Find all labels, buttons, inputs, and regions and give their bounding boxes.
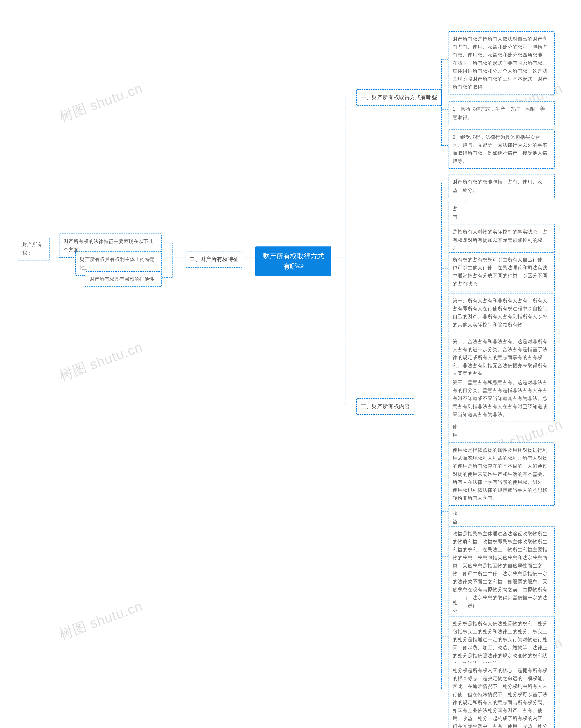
- connector: [441, 183, 442, 689]
- s3-use-title[interactable]: 使用: [448, 419, 466, 443]
- connector: [50, 242, 59, 243]
- mindmap-canvas: 树图 shutu.cn 树图 shutu.cn 树图 shutu.cn 树图 s…: [0, 0, 581, 728]
- connector: [441, 392, 448, 392]
- s3-possess-p1[interactable]: 是指所有人对物的实际控制的事实状态。占有权即对所有物加以实际管领或控制的权利。: [448, 224, 555, 257]
- connector: [441, 636, 448, 636]
- s2-leaf[interactable]: 财产所有权：: [18, 237, 50, 261]
- connector: [345, 96, 345, 405]
- connector: [441, 146, 448, 146]
- s1-paragraph-2[interactable]: 1、原始取得方式，生产、先占、添附、善意取得。: [448, 101, 555, 125]
- connector: [441, 233, 448, 233]
- connector: [441, 309, 448, 309]
- connector: [441, 511, 448, 512]
- connector: [441, 468, 448, 468]
- s3-possess-p4[interactable]: 第二、合法占有和非法占有。这是对非所有人占有的进一步分类。合法占有是指基于法律的…: [448, 334, 555, 381]
- connector: [414, 405, 441, 405]
- connector: [345, 96, 356, 96]
- connector: [441, 425, 448, 425]
- s2-item-3[interactable]: 财产所有权具有强烈的排他性: [85, 271, 162, 287]
- connector: [434, 96, 441, 96]
- section-1-title[interactable]: 一、财产所有权取得方式有哪些: [356, 89, 442, 106]
- connector: [441, 59, 448, 59]
- connector: [172, 242, 173, 277]
- s1-paragraph-1[interactable]: 财产所有权是指所有人依法对自己的财产享有占有、使用、收益和处分的权利，包括占有权…: [448, 31, 555, 95]
- root-node[interactable]: 财产所有权取得方式有哪些: [255, 246, 331, 276]
- connector: [441, 109, 448, 110]
- s3-dispose-p2[interactable]: 处分权是所有权内容的核心，是拥有所有权的根本标志，是决定物之命运的一项权能。因此…: [448, 663, 555, 728]
- section-3-title[interactable]: 三、财产所有权内容: [356, 398, 414, 415]
- section-2-title[interactable]: 二、财产所有权特征: [185, 251, 243, 267]
- s3-summary[interactable]: 财产所有权的权能包括：占有、使用、收益、处分。: [448, 174, 555, 198]
- connector: [441, 350, 448, 350]
- connector: [162, 242, 172, 243]
- connector: [162, 258, 172, 258]
- s3-possess-title[interactable]: 占有: [448, 201, 466, 225]
- s3-possess-p5[interactable]: 第三、善意占有和恶意占有。这是对非法占有的再分类。善意占有是指非法占有人在占有时…: [448, 375, 555, 422]
- s1-paragraph-3[interactable]: 2、继受取得，法律行为具体包括买卖合同、赠与、互易等；因法律行为以外的事实而取得…: [448, 129, 555, 169]
- connector: [345, 405, 356, 405]
- connector: [172, 258, 185, 258]
- connector: [242, 258, 255, 258]
- s3-possess-p2[interactable]: 所有权的占有权既可以由所有人自己行使，也可以由他人行使。在民法理论和司法实践中通…: [448, 252, 555, 291]
- connector: [441, 601, 448, 601]
- watermark: 树图 shutu.cn: [57, 597, 145, 644]
- s3-use-p1[interactable]: 使用权是指依照物的属性及用途对物进行利用从而实现权利人利益的权利。所有人对物的使…: [448, 442, 555, 505]
- connector: [331, 258, 345, 258]
- connector: [441, 207, 448, 207]
- s3-dispose-title[interactable]: 处分: [448, 595, 466, 619]
- s3-profit-title[interactable]: 收益: [448, 505, 466, 529]
- connector: [441, 689, 448, 689]
- connector: [441, 556, 448, 557]
- connector: [441, 268, 448, 268]
- connector: [441, 59, 442, 146]
- connector: [162, 277, 172, 278]
- watermark: 树图 shutu.cn: [57, 79, 145, 126]
- s3-possess-p3[interactable]: 第一、所有人占有和非所有人占有。所有人占有即所有人在行使所有权过程中亲自控制自己…: [448, 293, 555, 332]
- connector: [441, 183, 448, 183]
- watermark: 树图 shutu.cn: [57, 338, 145, 385]
